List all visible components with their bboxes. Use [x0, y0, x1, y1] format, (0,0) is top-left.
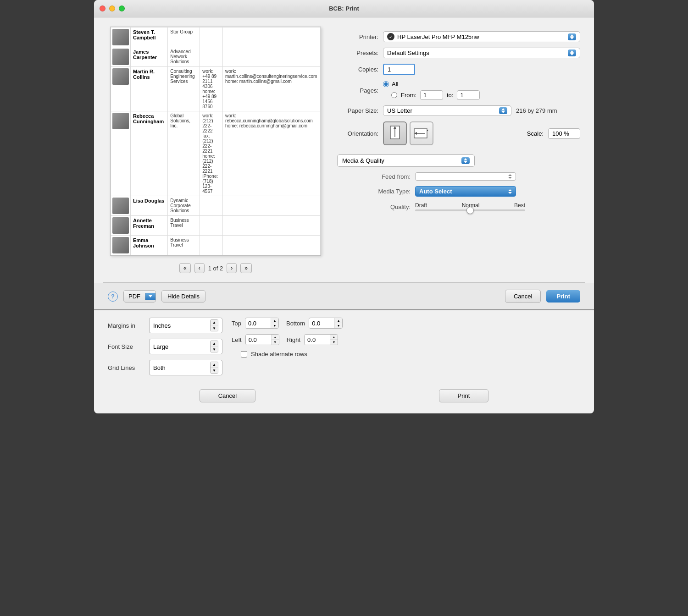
grid-lines-down[interactable]: ▼	[211, 368, 218, 373]
grid-lines-stepper[interactable]: ▲ ▼	[210, 362, 218, 374]
media-quality-dropdown[interactable]: Media & Quality	[337, 154, 475, 167]
bottom-input-group[interactable]: ▲ ▼	[309, 318, 343, 329]
landscape-icon: ▪	[413, 127, 430, 140]
margins-in-select[interactable]: Inches ▲ ▼	[149, 318, 222, 333]
help-button[interactable]: ?	[108, 292, 118, 302]
font-size-down[interactable]: ▼	[211, 346, 218, 352]
feed-from-select[interactable]	[415, 172, 516, 181]
presets-down-arrow[interactable]	[570, 53, 574, 55]
prev-page-button[interactable]: ‹	[194, 263, 205, 273]
lower-cancel-button[interactable]: Cancel	[200, 389, 255, 402]
top-stepper[interactable]: ▲ ▼	[271, 318, 278, 328]
print-button[interactable]: Print	[546, 290, 580, 302]
font-size-stepper[interactable]: ▲ ▼	[210, 341, 218, 352]
paper-size-down-arrow[interactable]	[501, 111, 505, 113]
bottom-down[interactable]: ▼	[335, 323, 342, 328]
window-controls[interactable]	[100, 6, 125, 11]
print-dialog: Steven T. CampbellStar GroupJames Carpen…	[94, 17, 594, 309]
scale-input[interactable]: 100 %	[548, 128, 580, 139]
left-stepper[interactable]: ▲ ▼	[271, 335, 279, 345]
printer-select[interactable]: HP LaserJet Pro MFP M125nw	[383, 31, 580, 42]
right-input-group[interactable]: ▲ ▼	[304, 334, 338, 345]
printer-up-arrow[interactable]	[570, 34, 574, 37]
right-input[interactable]	[305, 335, 330, 345]
close-button[interactable]	[100, 6, 105, 11]
all-pages-radio[interactable]	[383, 81, 389, 87]
presets-select[interactable]: Default Settings	[383, 48, 580, 58]
font-size-value: Large	[153, 343, 211, 350]
printer-down-arrow[interactable]	[570, 37, 574, 39]
top-input[interactable]	[245, 319, 271, 328]
top-input-group[interactable]: ▲ ▼	[245, 318, 279, 329]
media-quality-stepper[interactable]	[461, 157, 470, 164]
grid-lines-value: Both	[153, 364, 211, 371]
shade-checkbox[interactable]	[241, 351, 247, 358]
cancel-button[interactable]: Cancel	[505, 290, 541, 303]
printer-row: Printer: HP LaserJet Pro MFP M125nw	[337, 31, 580, 42]
bottom-up[interactable]: ▲	[335, 318, 342, 323]
last-page-button[interactable]: »	[240, 263, 252, 273]
copies-input[interactable]: 1	[383, 64, 415, 75]
paper-size-stepper[interactable]	[499, 107, 507, 114]
range-radio[interactable]	[391, 92, 397, 98]
margins-in-up[interactable]: ▲	[211, 320, 218, 325]
margins-in-down[interactable]: ▼	[211, 325, 218, 331]
right-down[interactable]: ▼	[330, 340, 338, 345]
paper-size-select[interactable]: US Letter	[383, 105, 511, 116]
maximize-button[interactable]	[119, 6, 125, 11]
orientation-buttons[interactable]: ▪	[383, 121, 433, 145]
feed-from-row: Feed from:	[337, 172, 580, 181]
feed-from-up-arrow[interactable]	[508, 174, 512, 176]
left-down[interactable]: ▼	[272, 340, 279, 345]
page-info: 1 of 2	[208, 265, 223, 272]
media-type-up-arrow[interactable]	[508, 189, 512, 191]
grid-lines-row: Grid Lines Both ▲ ▼	[108, 360, 222, 375]
pdf-dropdown-arrow[interactable]	[145, 293, 155, 300]
bottom-input[interactable]	[309, 319, 334, 328]
to-input[interactable]	[457, 90, 480, 100]
top-up[interactable]: ▲	[271, 318, 278, 323]
grid-lines-select[interactable]: Both ▲ ▼	[149, 360, 222, 375]
pdf-button[interactable]: PDF	[123, 290, 156, 302]
hide-details-button[interactable]: Hide Details	[161, 290, 205, 302]
next-page-button[interactable]: ›	[227, 263, 237, 273]
font-size-select[interactable]: Large ▲ ▼	[149, 339, 222, 354]
right-up[interactable]: ▲	[330, 335, 338, 340]
contact-name: Lisa Douglas	[131, 196, 168, 216]
top-down[interactable]: ▼	[271, 323, 278, 328]
margins-in-row: Margins in Inches ▲ ▼	[108, 318, 222, 333]
lower-print-button[interactable]: Print	[439, 389, 489, 402]
feed-from-down-arrow[interactable]	[508, 177, 512, 179]
landscape-button[interactable]: ▪	[410, 121, 433, 145]
bottom-stepper[interactable]: ▲ ▼	[334, 318, 342, 328]
contact-company: Global Solutions, Inc.	[168, 111, 200, 196]
media-type-label: Media Type:	[365, 188, 411, 195]
left-input[interactable]	[246, 335, 271, 345]
media-quality-up-arrow[interactable]	[464, 158, 467, 160]
minimize-button[interactable]	[109, 6, 115, 11]
paper-size-up-arrow[interactable]	[501, 108, 505, 110]
grid-lines-up[interactable]: ▲	[211, 362, 218, 368]
media-quality-down-arrow[interactable]	[464, 161, 467, 163]
presets-up-arrow[interactable]	[570, 50, 574, 53]
from-input[interactable]	[420, 90, 443, 100]
font-size-up[interactable]: ▲	[211, 341, 218, 346]
quality-slider[interactable]	[415, 209, 525, 211]
media-type-down-arrow[interactable]	[508, 192, 512, 194]
pdf-arrow-icon	[149, 295, 152, 297]
right-stepper[interactable]: ▲ ▼	[330, 335, 338, 345]
portrait-button[interactable]	[383, 121, 407, 145]
margins-in-stepper[interactable]: ▲ ▼	[210, 319, 218, 331]
printer-stepper[interactable]	[568, 33, 576, 40]
left-up[interactable]: ▲	[272, 335, 279, 340]
table-row: Lisa DouglasDynamic Corporate Solutions	[111, 196, 321, 216]
media-type-select[interactable]: Auto Select	[415, 186, 516, 197]
feed-from-stepper[interactable]	[508, 174, 512, 179]
first-page-button[interactable]: «	[179, 263, 191, 273]
left-input-group[interactable]: ▲ ▼	[245, 334, 279, 345]
media-quality-header[interactable]: Media & Quality	[337, 154, 580, 167]
presets-stepper[interactable]	[568, 50, 576, 56]
media-type-stepper[interactable]	[508, 189, 512, 194]
pagination-controls[interactable]: « ‹ 1 of 2 › »	[179, 263, 252, 273]
print-settings: Printer: HP LaserJet Pro MFP M125nw Pres…	[337, 27, 580, 273]
